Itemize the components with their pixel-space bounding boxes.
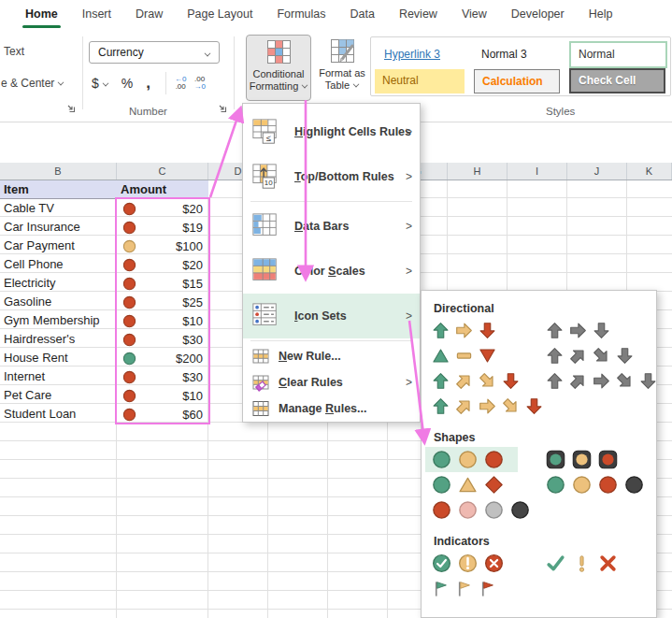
directional-section-heading: Directional [434, 302, 656, 315]
icon-set-3-arrows-gray[interactable] [543, 320, 619, 341]
icon-set-5-arrows-gray[interactable] [543, 370, 665, 392]
tab-developer[interactable]: Developer [499, 0, 577, 29]
column-header-b[interactable]: B [0, 163, 117, 180]
directional-arrow-icon [569, 372, 587, 390]
tab-view[interactable]: View [450, 0, 499, 29]
shape-circle-icon [624, 475, 644, 495]
column-header-i[interactable]: I [508, 163, 567, 180]
icon-set-3-traffic-lights-rimmed[interactable] [543, 449, 627, 470]
icon-set-row [429, 447, 656, 472]
cell-icon [122, 295, 136, 309]
icon-set-red-to-black[interactable] [429, 499, 539, 521]
directional-arrow-icon [525, 397, 543, 415]
comma-style-button[interactable]: , [146, 74, 150, 93]
data-bars-icon [251, 212, 279, 240]
table-row: Hairdresser's$30 [0, 330, 208, 349]
manage-rules-icon [251, 399, 270, 418]
shape-circle-icon [458, 500, 478, 520]
accounting-format-button[interactable]: $ [92, 76, 108, 91]
style-hyperlink3[interactable]: Hyperlink 3 [377, 43, 463, 67]
tab-review[interactable]: Review [387, 0, 450, 29]
menu-separator [250, 340, 412, 341]
table-row: Pet Care$10 [0, 386, 208, 405]
icon-sets-submenu: Directional Shapes Indicators [421, 290, 657, 618]
menu-item-manage-rules[interactable]: Manage Rules... [243, 395, 420, 422]
tab-draw[interactable]: Draw [123, 0, 175, 29]
tab-page-layout[interactable]: Page Layout [175, 0, 265, 29]
style-calculation[interactable]: Calculation [474, 69, 560, 93]
icon-set-3-arrows-colored[interactable] [429, 320, 505, 341]
menu-item-icon-sets[interactable]: Icon Sets > [243, 294, 420, 338]
svg-text:≤: ≤ [266, 134, 271, 143]
tab-insert[interactable]: Insert [70, 0, 123, 29]
conditional-formatting-button[interactable]: Conditional Formatting [246, 35, 311, 101]
merge-center-button[interactable]: e & Center [1, 77, 64, 90]
number-format-dropdown[interactable]: Currency [89, 41, 220, 64]
style-normal3[interactable]: Normal 3 [474, 43, 560, 67]
chevron-down-icon [205, 50, 211, 57]
menu-item-top-bottom-rules[interactable]: 10 Top/Bottom Rules > [243, 154, 420, 199]
item-header-cell[interactable]: Item [0, 180, 117, 198]
circle-check-icon [432, 553, 451, 573]
icon-set-3-flags[interactable] [429, 578, 505, 599]
directional-arrow-icon [616, 372, 634, 390]
conditional-formatting-menu: ≤ Highlight Cells Rules > 10 Top/Bottom … [242, 103, 421, 423]
styles-group-label: Styles [546, 106, 575, 117]
icon-set-5-arrows-colored[interactable] [429, 395, 551, 417]
column-header-k[interactable]: K [627, 163, 672, 180]
icon-set-4-arrows-colored[interactable] [429, 370, 528, 392]
budget-table: Item Amount Cable TV$20 Car Insurance$19… [0, 180, 208, 424]
column-header-h[interactable]: H [448, 163, 508, 180]
icon-set-row [429, 551, 656, 576]
table-row: Car Payment$100 [0, 237, 208, 255]
menu-item-highlight-cells-rules[interactable]: ≤ Highlight Cells Rules > [243, 109, 420, 154]
number-group-label: Number [129, 106, 167, 117]
menu-item-clear-rules[interactable]: Clear Rules > [243, 369, 420, 395]
tab-help[interactable]: Help [577, 0, 625, 29]
icon-set-3-symbols-circled[interactable] [429, 553, 513, 574]
icon-set-4-arrows-gray[interactable] [543, 345, 642, 366]
shapes-section-heading: Shapes [434, 431, 656, 444]
directional-arrow-icon [546, 347, 564, 365]
decrease-decimal-button[interactable]: .00 →0 [193, 76, 205, 91]
flag-icon [455, 580, 473, 597]
table-row: Student Loan$60 [0, 405, 208, 424]
tab-home[interactable]: Home [13, 0, 70, 29]
table-row: Gasoline$25 [0, 293, 208, 311]
column-header-j[interactable]: J [567, 163, 627, 180]
top-bottom-rules-icon: 10 [251, 163, 279, 191]
menu-item-data-bars[interactable]: Data Bars > [243, 204, 420, 249]
wrap-text-button[interactable]: Text [4, 45, 24, 58]
tab-formulas[interactable]: Formulas [265, 0, 337, 29]
new-rule-icon [251, 347, 270, 366]
format-as-table-button[interactable]: Format as Table [315, 35, 369, 101]
style-neutral[interactable]: Neutral [375, 69, 465, 93]
icon-set-3-signs[interactable] [429, 474, 513, 496]
column-header-c[interactable]: C [117, 163, 208, 180]
icon-set-3-symbols-uncircled[interactable] [543, 553, 627, 574]
menu-item-new-rule[interactable]: New Rule... [243, 343, 420, 369]
number-dialog-launcher-icon[interactable] [217, 103, 227, 113]
icon-set-row [429, 472, 656, 497]
shape-circle-icon [598, 475, 618, 495]
icon-set-row [429, 576, 656, 601]
traffic-light-icon [546, 450, 565, 469]
submenu-arrow-icon: > [406, 125, 412, 138]
style-normal[interactable]: Normal [569, 41, 667, 68]
increase-decimal-button[interactable]: ←0 .00 [175, 76, 186, 91]
style-check-cell[interactable]: Check Cell [569, 68, 665, 93]
alignment-dialog-launcher-icon[interactable] [65, 103, 76, 113]
icon-set-row [429, 497, 656, 523]
tab-data[interactable]: Data [337, 0, 386, 29]
directional-arrow-icon [455, 372, 473, 390]
amount-header-cell[interactable]: Amount [117, 180, 208, 198]
icon-set-4-traffic-lights[interactable] [543, 474, 653, 496]
menu-item-color-scales[interactable]: Color Scales > [243, 249, 420, 294]
cell-icon [122, 202, 136, 216]
icon-set-row [429, 368, 656, 394]
directional-arrow-icon [479, 322, 496, 339]
shape-circle-icon [432, 475, 451, 495]
icon-set-3-triangles[interactable] [429, 345, 505, 366]
icon-set-3-traffic-lights-unrimmed[interactable] [425, 447, 518, 472]
percent-style-button[interactable]: % [122, 76, 133, 91]
